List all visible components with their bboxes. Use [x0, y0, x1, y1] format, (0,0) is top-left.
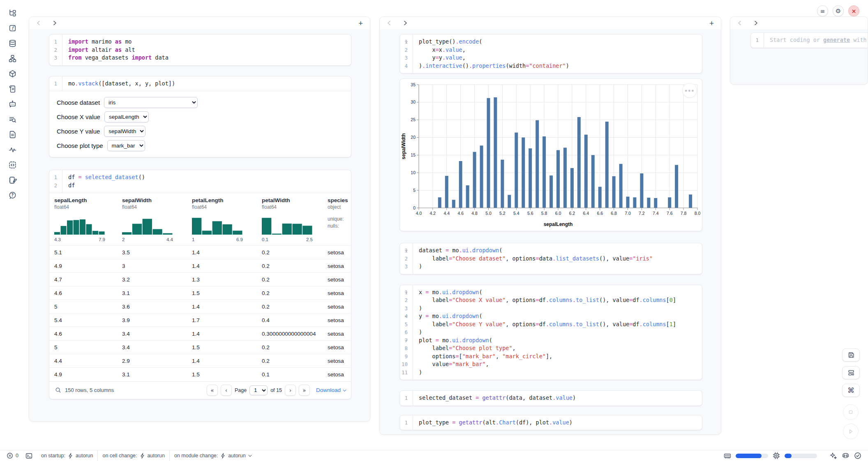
chevron-left-icon[interactable]: [387, 18, 397, 28]
code-editor[interactable]: 1plot_type = getattr(alt.Chart(df), plot…: [400, 415, 702, 430]
chevron-down-icon: [343, 388, 346, 391]
datasources-icon[interactable]: [8, 39, 17, 48]
svg-text:6.0: 6.0: [555, 211, 561, 216]
code-cell-selected-dataset[interactable]: 1selected_dataset = getattr(data, datase…: [399, 390, 702, 406]
autorun-setting[interactable]: on startup:autorun: [41, 453, 93, 459]
table-row[interactable]: 5.13.51.40.2setosa: [49, 246, 351, 259]
autorun-setting[interactable]: on module change:autorun: [174, 453, 251, 459]
code-editor[interactable]: 12df = selected_dataset()df: [49, 170, 351, 193]
packages-icon[interactable]: [8, 69, 17, 78]
column-header: [730, 17, 868, 29]
scratchpad-icon[interactable]: [8, 160, 17, 169]
help-icon[interactable]: ?: [8, 191, 17, 200]
code-editor[interactable]: 123import marimo as moimport altair as a…: [49, 35, 351, 65]
tracing-icon[interactable]: [8, 145, 17, 154]
chevron-left-icon[interactable]: [36, 18, 47, 28]
code-cell-xy-dropdowns[interactable]: 1234567891011x = mo.ui.dropdown( label="…: [399, 285, 702, 380]
errors-indicator[interactable]: 0: [7, 452, 18, 459]
chevron-right-icon[interactable]: [403, 18, 414, 28]
svg-text:5.0: 5.0: [485, 211, 492, 216]
table-row[interactable]: 4.73.21.30.2setosa: [49, 273, 351, 286]
chevron-right-icon[interactable]: [53, 18, 63, 28]
prev-page-button[interactable]: ‹: [221, 385, 232, 396]
control-dropdown[interactable]: mark_bar: [107, 140, 145, 151]
menu-icon[interactable]: ≡: [817, 5, 828, 16]
chart-menu-icon[interactable]: ●●●: [682, 83, 697, 98]
control-dropdown[interactable]: iris: [104, 97, 198, 108]
svg-text:15: 15: [411, 152, 416, 157]
cell-output-controls: Choose datasetirisChoose X valuesepalLen…: [49, 91, 351, 157]
download-button[interactable]: Download: [316, 387, 345, 393]
table-row[interactable]: 4.42.91.40.2setosa: [49, 354, 351, 368]
chevron-right-icon[interactable]: [754, 18, 764, 28]
setting-label: on module change:: [174, 453, 218, 459]
code-cell-dataframe[interactable]: 12df = selected_dataset()df sepalLengthf…: [49, 170, 351, 399]
svg-text:?: ?: [11, 193, 14, 197]
layout-button[interactable]: [842, 366, 860, 379]
functions-icon[interactable]: f: [8, 23, 17, 32]
file-tree-icon[interactable]: [8, 8, 17, 17]
add-cell-button[interactable]: +: [358, 19, 363, 27]
code-editor[interactable]: 1234plot_type().encode( x=x.value, y=y.v…: [400, 35, 702, 73]
close-icon[interactable]: ×: [848, 5, 859, 16]
control-label: Choose X value: [57, 113, 100, 120]
gear-icon[interactable]: ⚙: [833, 5, 844, 16]
svg-text:7.8: 7.8: [681, 211, 687, 216]
svg-text:sepalWidth: sepalWidth: [401, 133, 406, 159]
autorun-setting[interactable]: on cell change:autorun: [102, 453, 165, 459]
copilot-icon[interactable]: [842, 452, 850, 460]
control-dropdown[interactable]: sepalLength: [104, 111, 149, 122]
status-bar: 0 on startup:autorunon cell change:autor…: [0, 450, 868, 461]
empty-code-cell[interactable]: 1Start coding or generate with AI: [750, 32, 868, 48]
table-row[interactable]: 4.931.40.2setosa: [49, 259, 351, 273]
pages-total: of 15: [270, 387, 282, 393]
bar-chart[interactable]: 4.04.24.44.64.85.05.25.45.65.86.06.26.46…: [400, 79, 702, 231]
table-row[interactable]: 5.43.91.70.4setosa: [49, 313, 351, 327]
column-header[interactable]: speciesobjectunique:nulls:: [323, 193, 351, 246]
page-select[interactable]: 1: [249, 385, 268, 395]
column-header[interactable]: sepalWidthfloat6424.4: [117, 193, 187, 246]
snippets-icon[interactable]: [8, 115, 17, 124]
code-cell-plot-type[interactable]: 1plot_type = getattr(alt.Chart(df), plot…: [399, 415, 702, 431]
svg-text:7.0: 7.0: [625, 211, 631, 216]
check-circle-icon[interactable]: [854, 452, 861, 459]
code-cell-vstack[interactable]: 1mo.vstack([dataset, x, y, plot]) Choose…: [49, 76, 351, 158]
table-summary: 150 rows, 5 columns: [65, 387, 114, 393]
logs-icon[interactable]: [8, 84, 17, 93]
code-editor[interactable]: 123dataset = mo.ui.dropdown( label="Choo…: [400, 243, 702, 274]
dependency-graph-icon[interactable]: [8, 54, 17, 63]
save-button[interactable]: [842, 348, 860, 362]
search-icon[interactable]: [55, 387, 61, 393]
control-dropdown[interactable]: sepalWidth: [104, 126, 145, 137]
stop-button[interactable]: [843, 404, 859, 420]
table-row[interactable]: 53.61.40.2setosa: [49, 300, 351, 313]
ai-chat-icon[interactable]: [8, 99, 17, 108]
code-editor[interactable]: 1234567891011x = mo.ui.dropdown( label="…: [400, 285, 702, 380]
next-page-button[interactable]: ›: [285, 385, 296, 396]
code-editor-placeholder[interactable]: 1Start coding or generate with AI: [751, 33, 868, 48]
column-header[interactable]: petalWidthfloat640.12.5: [257, 193, 323, 246]
table-row[interactable]: 4.63.41.40.3000000000000004setosa: [49, 327, 351, 341]
chevron-left-icon[interactable]: [737, 18, 748, 28]
column-header[interactable]: sepalLengthfloat644.37.9: [49, 193, 117, 246]
sparkles-icon[interactable]: [829, 452, 837, 460]
last-page-button[interactable]: »: [299, 385, 310, 396]
keyboard-shortcuts-button[interactable]: ⌘: [842, 384, 860, 397]
terminal-button[interactable]: [25, 452, 32, 459]
documentation-icon[interactable]: [8, 130, 17, 139]
code-editor[interactable]: 1mo.vstack([dataset, x, y, plot]): [49, 76, 351, 91]
notes-icon[interactable]: [8, 175, 17, 184]
table-row[interactable]: 4.63.11.50.2setosa: [49, 286, 351, 300]
code-cell-plot[interactable]: 1234plot_type().encode( x=x.value, y=y.v…: [399, 34, 702, 74]
run-button[interactable]: [843, 424, 859, 439]
first-page-button[interactable]: «: [207, 385, 218, 396]
code-cell-dataset-dropdown[interactable]: 123dataset = mo.ui.dropdown( label="Choo…: [399, 243, 702, 274]
cell-output-table: sepalLengthfloat644.37.9sepalWidthfloat6…: [49, 193, 351, 399]
table-row[interactable]: 4.93.11.50.1setosa: [49, 368, 351, 381]
add-cell-button[interactable]: +: [709, 19, 714, 27]
code-cell-imports[interactable]: 123import marimo as moimport altair as a…: [49, 34, 351, 66]
column-header[interactable]: petalLengthfloat6416.9: [187, 193, 257, 246]
memory-icon: [724, 452, 731, 459]
code-editor[interactable]: 1selected_dataset = getattr(data, datase…: [400, 391, 702, 406]
table-row[interactable]: 53.41.50.2setosa: [49, 341, 351, 354]
